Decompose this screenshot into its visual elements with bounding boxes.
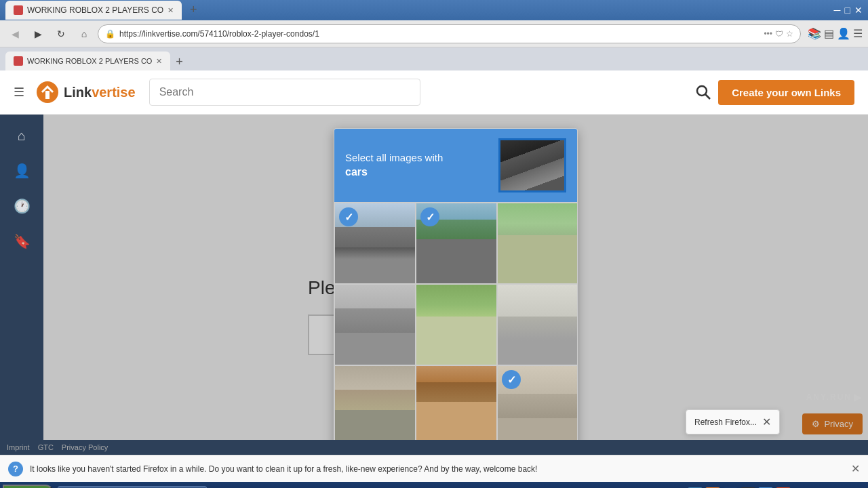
home-button[interactable]: ⌂ [75,24,94,43]
notification-bar: ? It looks like you haven't started Fire… [0,455,868,482]
browser-titlebar: WORKING ROBLOX 2 PLAYERS CO ✕ + ─ □ ✕ [0,0,868,20]
minimize-btn[interactable]: ─ [834,5,841,16]
tab-item[interactable]: WORKING ROBLOX 2 PLAYERS CO ✕ [5,52,170,70]
logo-svg [35,80,60,104]
captcha-instruction: Select all images with cars [345,150,490,180]
url-bar[interactable]: 🔒 https://linkvertise.com/574110/roblox-… [98,24,801,43]
start-button[interactable]: ⊞ Start [3,485,54,488]
svg-line-3 [705,94,710,99]
captcha-cell-2[interactable]: ✓ [497,203,578,284]
search-icon [696,85,711,100]
captcha-image-6 [335,366,415,440]
captcha-cell-8[interactable]: ✓ [497,365,578,440]
captcha-image-7 [416,366,496,440]
captcha-cell-3[interactable]: ✓ [334,284,416,365]
website-header: ☰ Linkvertise Create your own Links [0,70,868,115]
search-input[interactable] [149,79,420,106]
sidebar-home-icon[interactable]: ⌂ [18,128,26,144]
address-bar: ◀ ▶ ↻ ⌂ 🔒 https://linkvertise.com/574110… [0,20,868,47]
notification-text: It looks like you haven't started Firefo… [30,464,860,474]
captcha-image-grid: ✓ ✓ ✓ ✓ [334,202,577,440]
sidebar-history-icon[interactable]: 🕐 [14,198,31,214]
search-icon-button[interactable] [688,77,718,107]
captcha-cell-4[interactable]: ✓ [416,284,497,365]
captcha-image-4 [416,285,496,365]
tab-x-btn[interactable]: ✕ [156,57,162,66]
security-shield-icon: 🔒 [105,29,115,39]
footer-gtc[interactable]: GTC [38,443,54,451]
notification-close-button[interactable]: ✕ [851,462,860,475]
captcha-cell-7[interactable]: ✓ [416,365,497,440]
close-btn[interactable]: ✕ [854,5,863,16]
bookmarks-icon: 📚 [808,27,821,40]
svg-rect-1 [45,91,50,99]
reader-icon: ▤ [824,27,834,40]
notification-icon: ? [8,462,23,476]
toolbar-icons: 📚 ▤ 👤 ☰ [808,27,863,40]
url-text: https://linkvertise.com/574110/roblox-2-… [119,29,760,39]
captcha-header-image [498,138,566,192]
captcha-image-2 [498,203,578,283]
windows-taskbar: ⊞ Start WORKING ROBLOX 2 PLAYERS CO e 📂 … [0,482,868,488]
refresh-close-button[interactable]: ✕ [762,415,771,428]
tab-favicon-2 [14,56,23,66]
tab-title: WORKING ROBLOX 2 PLAYERS CO [27,5,163,15]
footer-privacy-policy[interactable]: Privacy Policy [62,443,108,451]
captcha-sample-car-image [500,140,564,190]
tab-close-btn[interactable]: ✕ [167,6,174,15]
logo-text: Linkvertise [64,85,136,100]
shield-icon: 🛡 [775,29,783,39]
star-icon[interactable]: ☆ [786,29,793,39]
sidebar: ⌂ 👤 🕐 🔖 [0,115,43,440]
captcha-image-3 [335,285,415,365]
captcha-instruction-container: Select all images with cars [345,150,490,180]
website-footer: Imprint GTC Privacy Policy [0,440,868,455]
menu-icon[interactable]: ☰ [853,27,863,40]
captcha-image-5 [498,285,578,365]
tab-container: WORKING ROBLOX 2 PLAYERS CO ✕ [5,1,182,20]
captcha-cell-0[interactable]: ✓ [334,203,416,284]
sidebar-user-icon[interactable]: 👤 [14,163,31,179]
captcha-header: Select all images with cars [334,129,577,202]
forward-button[interactable]: ▶ [28,24,47,43]
main-content: ⌂ 👤 🕐 🔖 Pleas Select all images with car… [0,115,868,440]
captcha-cell-5[interactable]: ✓ [497,284,578,365]
tab-strip: WORKING ROBLOX 2 PLAYERS CO ✕ + [0,47,868,70]
captcha-cell-6[interactable]: ✓ [334,365,416,440]
refresh-button[interactable]: ↻ [52,24,71,43]
captcha-check-8: ✓ [502,370,521,389]
new-tab-button[interactable]: + [184,1,202,18]
refresh-firefox-bar: Refresh Firefox... ✕ [686,409,780,434]
active-tab[interactable]: WORKING ROBLOX 2 PLAYERS CO ✕ [5,1,182,20]
add-tab-button[interactable]: + [170,53,188,70]
captcha-check-0: ✓ [339,207,358,226]
svg-point-2 [697,86,707,96]
page-body: Pleas Select all images with cars [43,115,868,440]
more-icon: ••• [764,29,772,39]
maximize-btn[interactable]: □ [845,5,850,16]
hamburger-menu-icon[interactable]: ☰ [14,85,24,100]
url-action-icons: ••• 🛡 ☆ [764,29,793,39]
tab-favicon [14,5,23,15]
sidebar-bookmark-icon[interactable]: 🔖 [14,233,31,249]
captcha-check-1: ✓ [420,207,439,226]
footer-imprint[interactable]: Imprint [7,443,30,451]
back-button[interactable]: ◀ [5,24,24,43]
captcha-cell-1[interactable]: ✓ [416,203,497,284]
captcha-overlay: Select all images with cars ✓ [43,115,868,440]
refresh-firefox-label: Refresh Firefox... [694,418,757,427]
account-icon: 👤 [837,27,850,40]
logo: Linkvertise [35,80,136,104]
captcha-widget: Select all images with cars ✓ [334,128,578,440]
create-links-button[interactable]: Create your own Links [718,80,854,105]
tab-label: WORKING ROBLOX 2 PLAYERS CO [27,57,152,65]
